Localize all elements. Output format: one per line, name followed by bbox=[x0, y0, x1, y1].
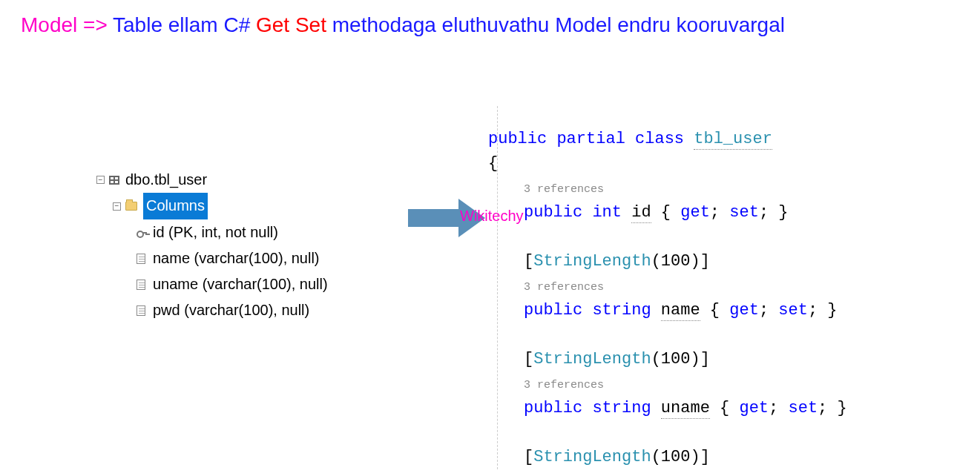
heading-part1: Model => bbox=[21, 13, 108, 36]
code-line: [StringLength(100)] bbox=[488, 252, 710, 271]
tree-column-uname[interactable]: uname (varchar(100), null) bbox=[137, 271, 328, 297]
tree-column-label: name (varchar(100), null) bbox=[153, 245, 320, 271]
object-explorer-tree: − dbo.tbl_user − Columns id (PK, int, no… bbox=[96, 167, 328, 323]
code-line: [StringLength(100)] bbox=[488, 448, 710, 466]
column-icon bbox=[137, 305, 145, 316]
code-editor[interactable]: public partial class tbl_user { 3 refere… bbox=[488, 78, 847, 476]
code-line: public string uname { get; set; } bbox=[488, 399, 847, 417]
tree-columns-label: Columns bbox=[143, 193, 208, 219]
codelens-references[interactable]: 3 references bbox=[524, 183, 604, 196]
code-line: public int id { get; set; } bbox=[488, 203, 788, 222]
heading-part2: Table ellam C# bbox=[108, 13, 256, 36]
arrow-body bbox=[408, 209, 458, 227]
collapse-icon[interactable]: − bbox=[96, 176, 105, 184]
code-line: 3 references bbox=[488, 277, 604, 295]
tree-column-id[interactable]: id (PK, int, not null) bbox=[137, 219, 328, 245]
code-line: [StringLength(100)] bbox=[488, 350, 710, 368]
tree-node-table[interactable]: − dbo.tbl_user bbox=[96, 167, 328, 193]
tree-column-pwd[interactable]: pwd (varchar(100), null) bbox=[137, 297, 328, 323]
code-line: 3 references bbox=[488, 472, 604, 476]
code-line: public partial class tbl_user bbox=[488, 130, 772, 150]
table-icon bbox=[109, 176, 119, 185]
tree-node-columns[interactable]: − Columns bbox=[113, 193, 328, 219]
tree-column-label: pwd (varchar(100), null) bbox=[153, 297, 309, 323]
tree-table-label: dbo.tbl_user bbox=[125, 167, 207, 193]
watermark-text: Wikitechy bbox=[460, 208, 524, 225]
collapse-icon[interactable]: − bbox=[113, 202, 121, 211]
tree-column-name[interactable]: name (varchar(100), null) bbox=[137, 245, 328, 271]
tree-column-label: id (PK, int, not null) bbox=[153, 219, 278, 245]
folder-icon bbox=[125, 202, 137, 211]
codelens-references[interactable]: 3 references bbox=[524, 379, 604, 391]
codelens-references[interactable]: 3 references bbox=[524, 281, 604, 294]
code-line: public string name { get; set; } bbox=[488, 301, 838, 320]
code-line: 3 references bbox=[488, 179, 604, 197]
heading-title: Model => Table ellam C# Get Set methodag… bbox=[21, 13, 785, 37]
heading-part4: methodaga eluthuvathu Model endru kooruv… bbox=[326, 13, 785, 36]
column-icon bbox=[137, 280, 145, 290]
code-line: 3 references bbox=[488, 374, 604, 393]
heading-part3: Get Set bbox=[256, 13, 326, 36]
indent-guideline bbox=[497, 106, 498, 469]
column-icon bbox=[137, 254, 145, 264]
key-icon bbox=[137, 229, 147, 237]
tree-column-label: uname (varchar(100), null) bbox=[153, 271, 328, 297]
